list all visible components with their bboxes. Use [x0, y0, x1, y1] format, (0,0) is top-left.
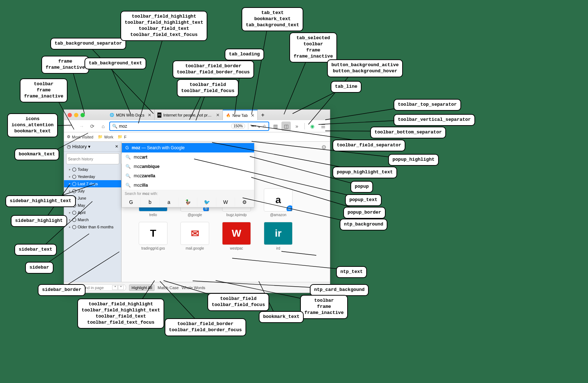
tab-newtab[interactable]: 🔥 New Tab ✕: [223, 110, 258, 120]
top-site-tile[interactable]: Ttradinggrid.gxs: [136, 222, 170, 250]
top-site-tile[interactable]: irird: [261, 222, 295, 250]
search-icon: 🔍: [112, 124, 118, 129]
callout-ntp-text: ntp_text: [336, 266, 367, 278]
search-engine-button[interactable]: 🐦: [197, 198, 216, 206]
tab-mdn[interactable]: 🌐 MDN Web Docs ✕: [106, 110, 155, 120]
history-item[interactable]: ▸Older than 6 months: [64, 223, 121, 231]
callout-toolbar-top-separator: toolbar_top_separator: [394, 99, 461, 111]
minimize-window-icon[interactable]: [74, 113, 78, 117]
url-input[interactable]: [119, 124, 230, 129]
gear-icon[interactable]: ⚙: [321, 144, 326, 151]
search-engine-button[interactable]: a: [160, 198, 179, 206]
suggestion-highlighted[interactable]: G moz — Search with Google: [122, 143, 254, 152]
history-item[interactable]: ▸July: [64, 187, 121, 195]
top-site-tile[interactable]: ✉mail.google: [178, 222, 212, 250]
sidebar-title[interactable]: ◷ History ▾: [67, 144, 91, 149]
zoom-badge[interactable]: 150%: [231, 123, 245, 129]
callout-toolbar-field-border-bottom: toolbar_field_border toolbar_field_borde…: [165, 318, 246, 336]
url-bar[interactable]: 🔍 150% ••• ⌄ ☆: [109, 122, 269, 131]
callout-tab-loading: tab_loading: [225, 49, 264, 60]
close-icon[interactable]: ✕: [216, 113, 220, 118]
sidebar-toggle-icon[interactable]: ◫: [281, 122, 291, 131]
page-action-icon[interactable]: •••: [251, 124, 256, 129]
callout-sidebar-highlight-text: sidebar_highlight_text: [5, 195, 76, 207]
close-window-icon[interactable]: [68, 113, 72, 117]
callout-ntp-card-background: ntp_card_backgound: [310, 284, 369, 296]
tab-label: Internet for people, not profit — …: [163, 113, 212, 117]
favicon-icon: 🔥: [226, 113, 231, 118]
top-site-tile[interactable]: Wwestpac: [219, 222, 254, 250]
bookmark-most-visited[interactable]: ⚙Most Visited: [67, 134, 93, 139]
reload-button[interactable]: ⟳: [88, 122, 97, 131]
search-engine-button[interactable]: 🦆: [179, 198, 198, 206]
search-engine-button[interactable]: G: [122, 198, 141, 206]
search-engine-button[interactable]: W: [216, 198, 235, 206]
find-next-button[interactable]: ˅: [118, 285, 124, 290]
bookmark-f[interactable]: 📁F: [118, 134, 127, 139]
callout-toolbar-frame-left: toolbar frame frame_inactive: [20, 78, 68, 102]
suggestion-row[interactable]: 🔍mozilla: [122, 181, 254, 190]
callout-sidebar-highlight: sidebar_highlight: [11, 215, 67, 227]
callout-tab-text: tab_text bookmark_text tab_background_te…: [242, 7, 303, 31]
history-item[interactable]: ▸Today: [64, 166, 121, 173]
star-icon[interactable]: ☆: [262, 124, 266, 129]
history-item[interactable]: ▸Yesterday: [64, 173, 121, 180]
gear-icon: ⚙: [67, 134, 70, 139]
menu-button[interactable]: ☰: [318, 122, 328, 131]
folder-icon: 📁: [118, 134, 123, 139]
bookmark-label: Work: [104, 135, 113, 139]
history-item[interactable]: ▸March: [64, 216, 121, 223]
suggestion-row[interactable]: 🔍mozart: [122, 152, 254, 162]
search-engines-row: Gba🦆🐦W⚙: [122, 197, 254, 207]
tab-mozilla[interactable]: m Internet for people, not profit — … ✕: [155, 110, 223, 120]
close-icon[interactable]: ✕: [148, 113, 151, 118]
search-engine-button[interactable]: b: [141, 198, 160, 206]
browser-window: 🌐 MDN Web Docs ✕ m Internet for people, …: [64, 109, 330, 293]
callout-toolbar-field-bottom: toolbar_field toolbar_field_focus: [207, 293, 269, 311]
bookmark-label: F: [124, 135, 127, 139]
nav-toolbar: ← → ⟳ ⌂ 🔍 150% ••• ⌄ ☆ ▥ ◫ » ◉ ☰: [64, 120, 330, 132]
overflow-icon[interactable]: »: [292, 122, 302, 131]
search-hint: Search for moz with:: [122, 190, 254, 197]
close-icon[interactable]: ✕: [251, 113, 254, 118]
whole-words-option[interactable]: Whole Words: [182, 286, 205, 290]
find-input[interactable]: [82, 286, 111, 290]
find-bar: ✕ 🔍 ˄˅ Highlight All Match Case Whole Wo…: [64, 282, 330, 293]
callout-toolbar-field-highlight-bottom: toolbar_field_highlight toolbar_field_hi…: [77, 298, 164, 329]
maximize-window-icon[interactable]: [81, 113, 85, 117]
suggestion-row[interactable]: 🔍mozzarella: [122, 171, 254, 181]
callout-toolbar-bottom-separator: toolbar_bottom_separator: [370, 127, 446, 138]
tab-label: MDN Web Docs: [116, 113, 144, 117]
callout-sidebar: sidebar: [25, 262, 54, 274]
history-item[interactable]: ▸April: [64, 209, 121, 216]
match-case-option[interactable]: Match Case: [157, 286, 179, 290]
highlight-all-button[interactable]: Highlight All: [129, 284, 155, 291]
back-button[interactable]: ←: [66, 122, 75, 131]
library-icon[interactable]: ▥: [271, 122, 280, 131]
new-tab-button[interactable]: +: [258, 110, 268, 120]
callout-tab-background-separator: tab_background_separator: [50, 38, 126, 50]
callout-popup-text: popup_text: [345, 194, 382, 206]
callout-toolbar-field-border: toolbar_field_border toolbar_field_borde…: [173, 60, 254, 78]
top-site-tile[interactable]: a🔍@amazon: [261, 188, 295, 217]
find-prev-button[interactable]: ˄: [112, 285, 118, 290]
tab-strip: 🌐 MDN Web Docs ✕ m Internet for people, …: [106, 110, 268, 120]
history-search-input[interactable]: [66, 153, 119, 164]
callout-tab-background-text: tab_background_text: [84, 58, 146, 69]
forward-button[interactable]: →: [77, 122, 86, 131]
callout-tab-line: tab_line: [331, 81, 362, 93]
home-button[interactable]: ⌂: [98, 122, 108, 131]
history-item[interactable]: ▸Last 7 days: [64, 180, 121, 187]
callout-sidebar-text: sidebar_text: [14, 244, 57, 256]
pocket-icon[interactable]: ⌄: [257, 124, 261, 129]
addon-icon[interactable]: ◉: [308, 122, 317, 131]
close-icon[interactable]: ✕: [115, 144, 118, 149]
callout-popup-highlight: popup_highlight: [388, 154, 439, 166]
bookmark-work[interactable]: 📁Work: [98, 134, 113, 139]
callout-toolbar-field-highlight: toolbar_field_highlight toolbar_field_hi…: [120, 11, 207, 41]
search-engine-button[interactable]: ⚙: [235, 198, 254, 206]
suggestion-row[interactable]: 🔍mozambique: [122, 162, 254, 171]
field-separator: [248, 123, 248, 129]
callout-popup-border: popup_border: [343, 207, 386, 219]
callout-sidebar-border: sidebar_border: [38, 284, 86, 296]
